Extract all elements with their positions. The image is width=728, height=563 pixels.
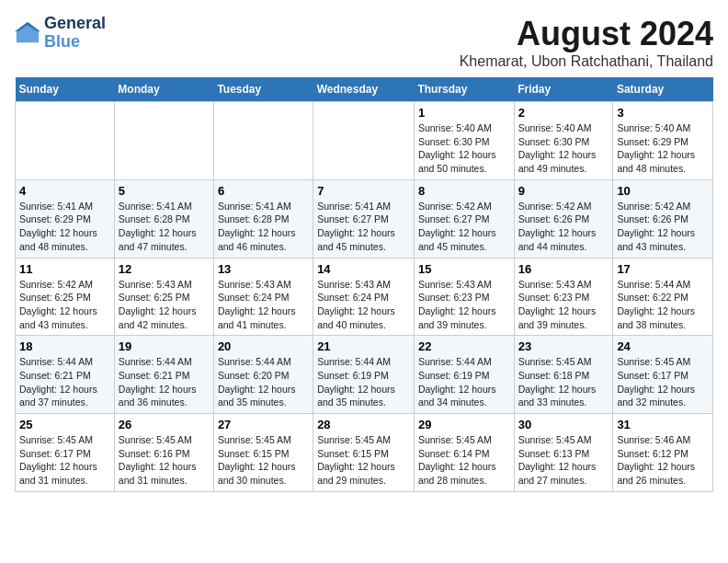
- calendar-cell: [313, 102, 415, 180]
- day-info: Sunrise: 5:45 AMSunset: 6:13 PMDaylight:…: [518, 433, 609, 488]
- calendar-cell: 7Sunrise: 5:41 AMSunset: 6:27 PMDaylight…: [313, 179, 415, 258]
- logo-line2: Blue: [44, 33, 106, 52]
- day-number: 15: [418, 262, 510, 276]
- calendar-header-sunday: Sunday: [16, 77, 115, 102]
- calendar-body: 1Sunrise: 5:40 AMSunset: 6:30 PMDaylight…: [16, 102, 713, 492]
- calendar-cell: 30Sunrise: 5:45 AMSunset: 6:13 PMDayligh…: [514, 414, 613, 492]
- week-row-2: 4Sunrise: 5:41 AMSunset: 6:29 PMDaylight…: [16, 179, 713, 258]
- calendar-cell: 20Sunrise: 5:44 AMSunset: 6:20 PMDayligh…: [213, 336, 313, 414]
- title-section: August 2024 Khemarat, Ubon Ratchathani, …: [460, 15, 713, 70]
- day-number: 29: [418, 418, 510, 431]
- logo-text: General Blue: [44, 15, 106, 52]
- week-row-5: 25Sunrise: 5:45 AMSunset: 6:17 PMDayligh…: [16, 414, 713, 492]
- calendar-cell: 25Sunrise: 5:45 AMSunset: 6:17 PMDayligh…: [16, 414, 115, 492]
- day-number: 22: [418, 339, 510, 353]
- day-info: Sunrise: 5:45 AMSunset: 6:15 PMDaylight:…: [218, 433, 309, 488]
- day-number: 1: [418, 106, 510, 120]
- day-info: Sunrise: 5:40 AMSunset: 6:30 PMDaylight:…: [418, 121, 510, 176]
- calendar-cell: [16, 102, 115, 180]
- day-info: Sunrise: 5:44 AMSunset: 6:20 PMDaylight:…: [218, 355, 309, 409]
- day-number: 24: [617, 339, 709, 353]
- day-number: 16: [518, 262, 609, 276]
- day-number: 26: [119, 418, 210, 431]
- day-info: Sunrise: 5:41 AMSunset: 6:28 PMDaylight:…: [218, 200, 309, 254]
- calendar-cell: 4Sunrise: 5:41 AMSunset: 6:29 PMDaylight…: [16, 179, 115, 258]
- day-info: Sunrise: 5:45 AMSunset: 6:14 PMDaylight:…: [418, 433, 510, 488]
- day-number: 20: [218, 339, 309, 353]
- day-number: 27: [218, 418, 309, 431]
- calendar-cell: 9Sunrise: 5:42 AMSunset: 6:26 PMDaylight…: [514, 179, 613, 258]
- day-info: Sunrise: 5:43 AMSunset: 6:23 PMDaylight:…: [518, 278, 609, 332]
- week-row-3: 11Sunrise: 5:42 AMSunset: 6:25 PMDayligh…: [16, 258, 713, 336]
- day-info: Sunrise: 5:41 AMSunset: 6:28 PMDaylight:…: [119, 200, 210, 254]
- day-number: 12: [119, 262, 210, 276]
- day-number: 14: [317, 262, 410, 276]
- calendar-header-saturday: Saturday: [613, 77, 713, 102]
- day-info: Sunrise: 5:42 AMSunset: 6:26 PMDaylight:…: [617, 200, 709, 254]
- day-info: Sunrise: 5:45 AMSunset: 6:16 PMDaylight:…: [119, 433, 210, 488]
- day-number: 23: [518, 339, 609, 353]
- day-number: 2: [518, 106, 609, 120]
- day-number: 4: [19, 184, 110, 198]
- week-row-4: 18Sunrise: 5:44 AMSunset: 6:21 PMDayligh…: [16, 336, 713, 414]
- logo-icon: [15, 20, 40, 46]
- calendar-cell: 31Sunrise: 5:46 AMSunset: 6:12 PMDayligh…: [613, 414, 713, 492]
- day-number: 3: [617, 106, 709, 120]
- calendar-cell: 23Sunrise: 5:45 AMSunset: 6:18 PMDayligh…: [514, 336, 613, 414]
- svg-marker-0: [17, 24, 39, 43]
- subtitle: Khemarat, Ubon Ratchathani, Thailand: [460, 53, 713, 70]
- day-info: Sunrise: 5:45 AMSunset: 6:15 PMDaylight:…: [317, 433, 410, 488]
- calendar-cell: 2Sunrise: 5:40 AMSunset: 6:30 PMDaylight…: [514, 102, 613, 180]
- day-info: Sunrise: 5:40 AMSunset: 6:30 PMDaylight:…: [518, 121, 609, 176]
- day-number: 18: [19, 339, 110, 353]
- calendar-cell: 21Sunrise: 5:44 AMSunset: 6:19 PMDayligh…: [313, 336, 415, 414]
- day-info: Sunrise: 5:41 AMSunset: 6:27 PMDaylight:…: [317, 200, 410, 254]
- day-number: 9: [518, 184, 609, 198]
- calendar-cell: 22Sunrise: 5:44 AMSunset: 6:19 PMDayligh…: [414, 336, 514, 414]
- calendar-cell: 14Sunrise: 5:43 AMSunset: 6:24 PMDayligh…: [313, 258, 415, 336]
- day-info: Sunrise: 5:42 AMSunset: 6:27 PMDaylight:…: [418, 200, 510, 254]
- logo: General Blue: [15, 15, 106, 52]
- week-row-1: 1Sunrise: 5:40 AMSunset: 6:30 PMDaylight…: [16, 102, 713, 180]
- day-info: Sunrise: 5:44 AMSunset: 6:21 PMDaylight:…: [119, 355, 210, 409]
- day-number: 8: [418, 184, 510, 198]
- main-title: August 2024: [460, 15, 713, 53]
- calendar-cell: [114, 102, 213, 180]
- logo-line1: General: [44, 15, 106, 33]
- calendar-cell: 8Sunrise: 5:42 AMSunset: 6:27 PMDaylight…: [414, 179, 514, 258]
- day-info: Sunrise: 5:42 AMSunset: 6:25 PMDaylight:…: [19, 278, 110, 332]
- day-number: 31: [617, 418, 709, 431]
- calendar-cell: 12Sunrise: 5:43 AMSunset: 6:25 PMDayligh…: [114, 258, 213, 336]
- day-number: 7: [317, 184, 410, 198]
- day-number: 28: [317, 418, 410, 431]
- day-info: Sunrise: 5:44 AMSunset: 6:22 PMDaylight:…: [617, 278, 709, 332]
- calendar-cell: 17Sunrise: 5:44 AMSunset: 6:22 PMDayligh…: [613, 258, 713, 336]
- day-number: 11: [19, 262, 110, 276]
- calendar-cell: 28Sunrise: 5:45 AMSunset: 6:15 PMDayligh…: [313, 414, 415, 492]
- calendar-cell: 13Sunrise: 5:43 AMSunset: 6:24 PMDayligh…: [213, 258, 313, 336]
- calendar-cell: 18Sunrise: 5:44 AMSunset: 6:21 PMDayligh…: [16, 336, 115, 414]
- calendar-cell: 10Sunrise: 5:42 AMSunset: 6:26 PMDayligh…: [613, 179, 713, 258]
- day-info: Sunrise: 5:43 AMSunset: 6:25 PMDaylight:…: [119, 278, 210, 332]
- calendar-header-thursday: Thursday: [414, 77, 514, 102]
- day-info: Sunrise: 5:44 AMSunset: 6:21 PMDaylight:…: [19, 355, 110, 409]
- page-header: General Blue August 2024 Khemarat, Ubon …: [15, 15, 713, 70]
- day-info: Sunrise: 5:44 AMSunset: 6:19 PMDaylight:…: [317, 355, 410, 409]
- day-info: Sunrise: 5:46 AMSunset: 6:12 PMDaylight:…: [617, 433, 709, 488]
- day-info: Sunrise: 5:41 AMSunset: 6:29 PMDaylight:…: [19, 200, 110, 254]
- calendar-cell: 26Sunrise: 5:45 AMSunset: 6:16 PMDayligh…: [114, 414, 213, 492]
- day-number: 17: [617, 262, 709, 276]
- day-number: 21: [317, 339, 410, 353]
- day-number: 19: [119, 339, 210, 353]
- calendar-header-monday: Monday: [114, 77, 213, 102]
- day-info: Sunrise: 5:43 AMSunset: 6:24 PMDaylight:…: [317, 278, 410, 332]
- calendar-cell: [213, 102, 313, 180]
- day-number: 30: [518, 418, 609, 431]
- day-info: Sunrise: 5:40 AMSunset: 6:29 PMDaylight:…: [617, 121, 709, 176]
- calendar-cell: 11Sunrise: 5:42 AMSunset: 6:25 PMDayligh…: [16, 258, 115, 336]
- calendar-cell: 27Sunrise: 5:45 AMSunset: 6:15 PMDayligh…: [213, 414, 313, 492]
- calendar-cell: 15Sunrise: 5:43 AMSunset: 6:23 PMDayligh…: [414, 258, 514, 336]
- calendar-cell: 3Sunrise: 5:40 AMSunset: 6:29 PMDaylight…: [613, 102, 713, 180]
- day-info: Sunrise: 5:43 AMSunset: 6:23 PMDaylight:…: [418, 278, 510, 332]
- calendar-cell: 6Sunrise: 5:41 AMSunset: 6:28 PMDaylight…: [213, 179, 313, 258]
